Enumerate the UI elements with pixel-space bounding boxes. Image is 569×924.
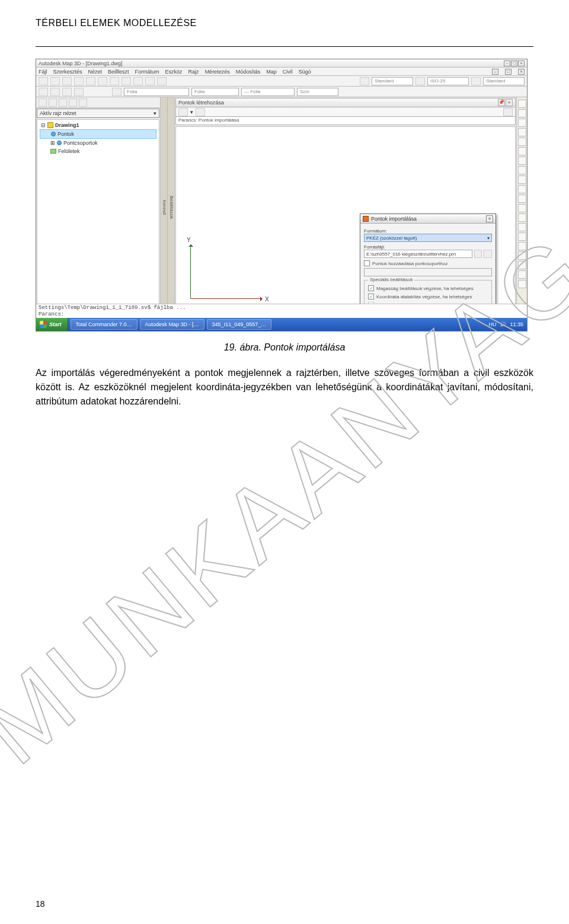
pc-tool-b-icon[interactable] (196, 108, 205, 116)
pc-tool-a-icon[interactable] (178, 108, 188, 116)
text-style-dropdown[interactable]: Standard (372, 77, 413, 85)
task-doc[interactable]: 345_I11_049_0557_… (207, 319, 272, 330)
menu-insert[interactable]: Beillleszt (108, 69, 129, 75)
pc-tool-c-icon[interactable] (503, 108, 513, 116)
tool-zoom-icon[interactable] (59, 98, 67, 107)
menu-format[interactable]: Formátum (135, 69, 159, 75)
extend-icon[interactable] (518, 204, 526, 212)
text-style-icon[interactable] (360, 77, 369, 85)
dim-style-dropdown[interactable]: ISO-25 (427, 77, 469, 85)
pan-icon[interactable] (145, 77, 155, 85)
tool-b-icon[interactable] (49, 98, 57, 107)
drawing-canvas[interactable]: Y X ⏮ ◀ ▶ ⏭ Modell Elrendezés1 Elrendezé… (175, 126, 516, 317)
tree-points[interactable]: Pontok (40, 129, 156, 139)
format-select[interactable]: PKÉZ (szóközzel tagolt) ▾ (364, 234, 492, 242)
tray-sound-icon[interactable]: 🔊 (500, 321, 506, 327)
tool-help-icon[interactable] (79, 98, 87, 107)
copy-icon[interactable] (98, 77, 107, 85)
elev-checkbox[interactable] (368, 285, 374, 291)
rotate-icon[interactable] (518, 185, 526, 193)
text-icon[interactable] (518, 157, 526, 165)
mdi-minimize[interactable]: – (492, 69, 498, 75)
copy-tool-icon[interactable] (518, 176, 526, 184)
erase-icon[interactable] (518, 242, 526, 250)
tool-props-icon[interactable] (69, 98, 77, 107)
lineweight-dropdown[interactable]: — Fólia (241, 88, 295, 96)
system-tray[interactable]: HU 🔊 11:35 (485, 321, 527, 327)
prospector-tree[interactable]: ⊟ Drawing1 Pontok ⊞ Pontcsoportok Felüle… (37, 119, 159, 317)
start-button[interactable]: Start (36, 318, 68, 331)
layer-match-icon[interactable] (74, 88, 84, 96)
minimize-button[interactable]: – (504, 60, 510, 66)
view-mode-dropdown[interactable]: Aktív rajz nézet ▾ (37, 109, 159, 118)
browse-remove-icon[interactable] (484, 250, 492, 258)
menu-dimension[interactable]: Méretezés (205, 69, 230, 75)
tray-lang[interactable]: HU (488, 321, 496, 327)
menu-tools[interactable]: Eszköz (165, 69, 183, 75)
pointgroup-name-input[interactable] (364, 268, 492, 276)
mdi-close[interactable]: × (518, 69, 525, 75)
table-style-dropdown[interactable]: Standard (483, 77, 525, 85)
browse-add-icon[interactable] (474, 250, 482, 258)
tree-root[interactable]: ⊟ Drawing1 (40, 121, 156, 129)
side-tab-search[interactable]: Kereső (161, 97, 168, 318)
dim-style-icon[interactable] (415, 77, 425, 85)
tool-a-icon[interactable] (39, 98, 47, 107)
menu-edit[interactable]: Szerkesztés (53, 69, 82, 75)
rect-icon[interactable] (518, 138, 526, 146)
menu-file[interactable]: Fájl (39, 69, 47, 75)
save-icon[interactable] (62, 77, 72, 85)
tree-pointgroups[interactable]: ⊞ Pontcsoportok (40, 139, 156, 147)
layer-props-icon[interactable] (62, 88, 72, 96)
plotstyle-dropdown[interactable]: Szín (297, 88, 338, 96)
array-icon[interactable] (518, 232, 526, 241)
menu-civil[interactable]: Civil (283, 69, 293, 75)
print-icon[interactable] (74, 77, 84, 85)
menu-draw[interactable]: Rajz (188, 69, 199, 75)
close-button[interactable]: × (518, 60, 525, 66)
move-icon[interactable] (518, 166, 526, 174)
menu-map[interactable]: Map (266, 69, 277, 75)
mirror-icon[interactable] (518, 223, 526, 231)
open-icon[interactable] (50, 77, 60, 85)
tree-surfaces[interactable]: Felületek (40, 147, 156, 155)
explode-icon[interactable] (518, 251, 526, 260)
menu-help[interactable]: Súgó (299, 69, 311, 75)
add-to-group-checkbox[interactable] (364, 260, 370, 266)
cut-icon[interactable] (86, 77, 95, 85)
mdi-restore[interactable]: □ (505, 69, 512, 75)
circle-icon[interactable] (518, 119, 526, 127)
offset-icon[interactable] (518, 214, 526, 222)
layer-dropdown[interactable]: Fólia (124, 88, 189, 96)
undo-icon[interactable] (122, 77, 131, 85)
color-dropdown[interactable]: Fólia (191, 88, 239, 96)
dialog-close-icon[interactable]: × (486, 215, 493, 222)
panel-pin-icon[interactable]: 📌 (498, 99, 505, 106)
hatch-icon[interactable] (518, 147, 526, 155)
fillet-icon[interactable] (518, 261, 526, 269)
paste-icon[interactable] (110, 77, 119, 85)
task-autodesk[interactable]: Autodesk Map 3D - [… (140, 319, 204, 330)
redo-icon[interactable] (133, 77, 143, 85)
command-log[interactable]: Settings\Temp\Drawing1_1_1_7189.sv$ fájl… (36, 304, 527, 318)
arc-icon[interactable] (518, 128, 526, 136)
task-totalcmd[interactable]: Total Commander 7.0… (71, 319, 138, 330)
layer-prev-icon[interactable] (50, 88, 60, 96)
layer-state-icon[interactable] (112, 88, 122, 96)
layers-icon[interactable] (39, 88, 48, 96)
line-icon[interactable] (518, 100, 526, 108)
scale-icon[interactable] (518, 280, 526, 288)
source-path-input[interactable]: E:\szt\0557_016 kiegészítés\útttervhez.p… (364, 250, 472, 258)
side-tab-settings[interactable]: Beállítások (168, 97, 175, 318)
menu-modify[interactable]: Módosítás (236, 69, 261, 75)
new-icon[interactable] (39, 77, 48, 85)
zoom-icon[interactable] (157, 77, 167, 85)
menu-view[interactable]: Nézet (88, 69, 103, 75)
chamfer-icon[interactable] (518, 270, 526, 279)
panel-close-icon[interactable]: × (506, 99, 513, 106)
coord-checkbox[interactable] (368, 294, 374, 299)
polyline-icon[interactable] (518, 109, 526, 117)
trim-icon[interactable] (518, 195, 526, 203)
maximize-button[interactable]: □ (511, 60, 517, 66)
table-style-icon[interactable] (471, 77, 481, 85)
